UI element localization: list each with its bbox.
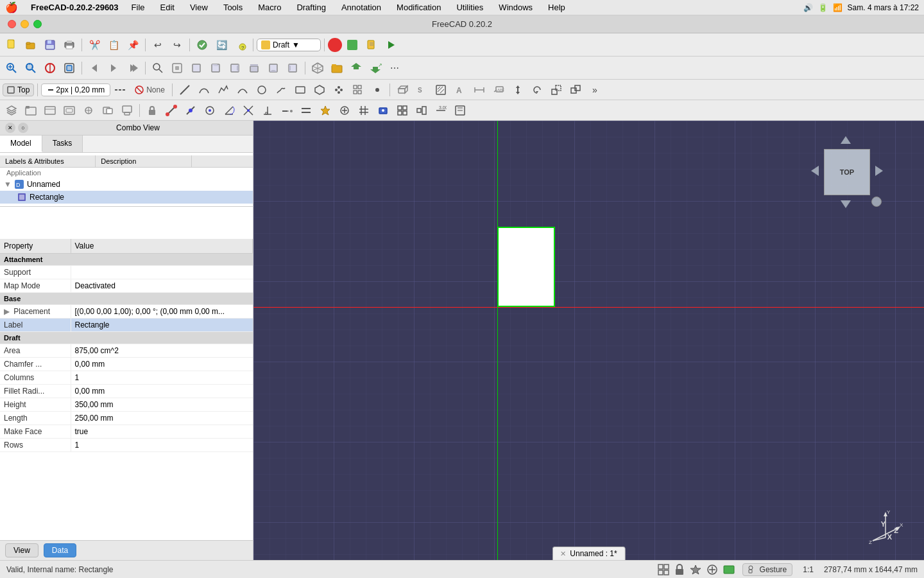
snap-intersection-button[interactable] — [239, 101, 257, 119]
front-view-button[interactable] — [187, 59, 205, 77]
add-point-button[interactable] — [336, 101, 354, 119]
cut-button[interactable]: ✂️ — [85, 36, 103, 54]
redo-button[interactable]: ↪ — [168, 36, 186, 54]
freehand-tool[interactable] — [272, 81, 290, 99]
doc-close-x[interactable]: ✕ — [560, 550, 566, 558]
save-button[interactable] — [41, 36, 59, 54]
prop-support[interactable]: Support — [0, 266, 253, 279]
layer-button[interactable] — [3, 101, 21, 119]
import-button[interactable] — [347, 59, 365, 77]
menu-drafting[interactable]: Drafting — [294, 2, 329, 13]
prop-fillet[interactable]: Fillet Radi... 0,00 mm — [0, 385, 253, 398]
draw-style-button[interactable] — [41, 59, 59, 77]
group2-button[interactable] — [41, 101, 59, 119]
snap-angle-button[interactable] — [220, 101, 238, 119]
home-view-button[interactable] — [168, 59, 186, 77]
prop-length[interactable]: Length 250,00 mm — [0, 412, 253, 425]
polyline-tool[interactable] — [214, 81, 232, 99]
menu-tools[interactable]: Tools — [221, 2, 245, 13]
dot-tool[interactable] — [368, 81, 386, 99]
help-cursor-button[interactable]: ? — [232, 36, 250, 54]
axo-button[interactable] — [309, 59, 327, 77]
clone-tool[interactable] — [567, 81, 585, 99]
tab-view[interactable]: View — [5, 543, 38, 557]
nav-forward-button[interactable] — [105, 59, 123, 77]
arc-tool[interactable] — [234, 81, 252, 99]
group3-button[interactable] — [60, 101, 78, 119]
nav-sync-button[interactable] — [124, 59, 142, 77]
close-button[interactable] — [8, 20, 16, 28]
line-tool[interactable] — [176, 81, 194, 99]
new-button[interactable] — [3, 36, 21, 54]
refresh-button[interactable]: 🔄 — [212, 36, 230, 54]
snap-parallel-button[interactable] — [297, 101, 315, 119]
tab-model[interactable]: Model — [0, 136, 42, 152]
export-button[interactable]: ↗ — [366, 59, 384, 77]
label-tool[interactable]: ABC — [490, 81, 508, 99]
group-button[interactable] — [22, 101, 40, 119]
apple-menu[interactable]: 🍎 — [5, 1, 18, 13]
points-tool[interactable] — [330, 81, 348, 99]
prop-label[interactable]: Label Rectangle — [0, 319, 253, 332]
hatch-tool[interactable] — [432, 81, 450, 99]
more-views-button[interactable]: ⋯ — [386, 59, 404, 77]
navigation-mode-button[interactable]: Gesture — [742, 563, 793, 576]
workbench-selector[interactable]: Draft ▼ — [257, 39, 321, 51]
undo-button[interactable]: ↩ — [149, 36, 167, 54]
open-folder-button[interactable] — [328, 59, 346, 77]
nav-cube-face[interactable]: TOP — [824, 149, 870, 195]
prop-rows[interactable]: Rows 1 — [0, 439, 253, 452]
maximize-button[interactable] — [33, 20, 42, 28]
visible-button[interactable] — [118, 101, 136, 119]
hash-button[interactable] — [355, 101, 373, 119]
move-tool[interactable] — [509, 81, 527, 99]
clipping-button[interactable] — [60, 59, 78, 77]
extrude-tool[interactable] — [393, 81, 411, 99]
zoom-box-button[interactable] — [22, 59, 40, 77]
draft-rectangle[interactable] — [497, 227, 555, 307]
dimension-tool[interactable] — [470, 81, 488, 99]
document-tab[interactable]: ✕ Unnamed : 1* — [552, 547, 625, 560]
top-view-button[interactable] — [207, 59, 225, 77]
snap-special-button[interactable] — [316, 101, 334, 119]
snap-perpendicular-button[interactable] — [259, 101, 277, 119]
rectangle-tool[interactable] — [291, 81, 309, 99]
nav-cube[interactable]: TOP — [809, 134, 886, 211]
lock-button[interactable] — [143, 101, 161, 119]
menu-utilities[interactable]: Utilities — [454, 2, 486, 13]
rear-view-button[interactable] — [245, 59, 263, 77]
snap-view-button[interactable] — [374, 101, 392, 119]
nav-cube-circle[interactable] — [871, 197, 882, 207]
prop-area[interactable]: Area 875,00 cm^2 — [0, 344, 253, 358]
rotate-tool[interactable] — [528, 81, 546, 99]
line-width-button[interactable]: 2px | 0,20 mm — [41, 83, 110, 96]
zoom-button[interactable] — [149, 59, 167, 77]
tab-data[interactable]: Data — [44, 543, 76, 557]
check-button[interactable] — [193, 36, 211, 54]
more-draft-tools[interactable]: » — [586, 81, 604, 99]
dimension-h-button[interactable]: 3.00 — [432, 101, 450, 119]
menu-modification[interactable]: Modification — [394, 2, 443, 13]
circle-tool[interactable] — [253, 81, 271, 99]
snap-center-button[interactable] — [201, 101, 219, 119]
shape-string-tool[interactable]: S — [413, 81, 431, 99]
prop-columns[interactable]: Columns 1 — [0, 371, 253, 385]
menu-windows[interactable]: Windows — [496, 2, 535, 13]
scale-tool[interactable] — [547, 81, 565, 99]
nav-arrow-down[interactable] — [841, 200, 851, 208]
snap-grid-button[interactable] — [393, 101, 411, 119]
prop-height[interactable]: Height 350,00 mm — [0, 398, 253, 412]
snap-midpoint-button[interactable] — [182, 101, 200, 119]
bspline-tool[interactable] — [195, 81, 213, 99]
zoom-fit-button[interactable] — [3, 59, 21, 77]
view-mode-button[interactable]: Top — [3, 83, 34, 96]
right-view-button[interactable] — [226, 59, 244, 77]
line-style-button[interactable] — [112, 81, 130, 99]
combo-close-button1[interactable]: ✕ — [5, 123, 15, 133]
cut-shape-button[interactable] — [99, 101, 117, 119]
nav-arrow-right[interactable] — [875, 166, 883, 176]
menu-macro[interactable]: Macro — [255, 2, 284, 13]
menu-help[interactable]: Help — [545, 2, 568, 13]
snap-group-button[interactable] — [413, 101, 431, 119]
prop-make-face[interactable]: Make Face true — [0, 425, 253, 439]
